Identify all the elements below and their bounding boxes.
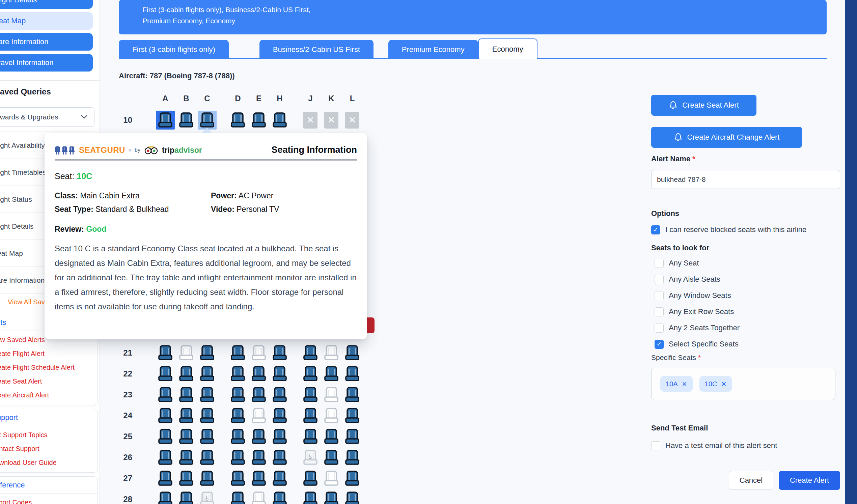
seat-23L[interactable]: [343, 384, 362, 405]
seat-27H[interactable]: [270, 468, 289, 489]
seat-10J[interactable]: ✕: [301, 110, 320, 131]
seat-27A[interactable]: [156, 468, 175, 489]
seat-24J[interactable]: [301, 405, 320, 426]
seat-28H[interactable]: [270, 489, 289, 504]
specific-seats-input[interactable]: 10A✕10C✕: [651, 368, 836, 400]
seat-26A[interactable]: [156, 447, 175, 468]
seat-23B[interactable]: [177, 384, 196, 405]
unchecked-checkbox-icon[interactable]: [655, 291, 664, 300]
seat-28B[interactable]: [177, 489, 196, 504]
seat-25J[interactable]: [301, 426, 320, 447]
seat-22E[interactable]: [249, 363, 268, 384]
seat-22J[interactable]: [301, 363, 320, 384]
seat-26D[interactable]: [229, 447, 247, 468]
seat-23E[interactable]: [249, 384, 268, 405]
seat-27J[interactable]: [301, 468, 320, 489]
seat-21E[interactable]: [249, 342, 268, 363]
remove-seat-icon[interactable]: ✕: [682, 380, 687, 388]
unchecked-checkbox-icon[interactable]: [655, 323, 664, 333]
seat-23D[interactable]: [229, 384, 247, 405]
seat-22B[interactable]: [177, 363, 196, 384]
seat-option-any-window-seats[interactable]: Any Window Seats: [655, 290, 731, 301]
sidebar-link-create-flight-alert[interactable]: Create Flight Alert: [0, 347, 98, 360]
seat-24L[interactable]: [343, 405, 362, 426]
seat-24H[interactable]: [270, 405, 289, 426]
seat-21B[interactable]: [177, 342, 196, 363]
seat-28E[interactable]: [249, 489, 268, 504]
seat-27E[interactable]: [249, 468, 268, 489]
seat-10K[interactable]: ✕: [322, 110, 341, 131]
seat-26B[interactable]: [177, 447, 196, 468]
seat-22K[interactable]: [322, 363, 341, 384]
seat-option-any-2-seats-together[interactable]: Any 2 Seats Together: [655, 323, 740, 333]
sidebar-link-create-flight-schedule-alert[interactable]: Create Flight Schedule Alert: [0, 360, 98, 374]
sidebar-button-seat-map[interactable]: Seat Map: [0, 12, 93, 30]
seat-28L[interactable]: [343, 489, 362, 504]
sidebar-link-contact-support[interactable]: Contact Support: [0, 442, 98, 456]
seat-10B[interactable]: [177, 110, 196, 131]
checked-checkbox-icon[interactable]: ✓: [651, 225, 660, 234]
seat-option-any-aisle-seats[interactable]: Any Aisle Seats: [655, 274, 720, 284]
seat-10H[interactable]: [270, 110, 289, 131]
seat-10E[interactable]: [249, 110, 268, 131]
tab-first-3-cabin-flights-only-[interactable]: First (3-cabin flights only): [119, 40, 229, 59]
seat-10D[interactable]: [229, 110, 247, 131]
sidebar-button-travel-information[interactable]: Travel Information: [0, 54, 93, 71]
seat-23A[interactable]: [156, 384, 175, 405]
reserve-blocked-checkbox[interactable]: ✓I can reserve blocked seats with this a…: [651, 225, 806, 235]
seat-24B[interactable]: [177, 405, 196, 426]
seat-25A[interactable]: [156, 426, 175, 447]
seat-27L[interactable]: [343, 468, 362, 489]
sidebar-link-create-seat-alert[interactable]: Create Seat Alert: [0, 374, 98, 388]
create-alert-button[interactable]: Create Alert: [779, 471, 840, 490]
seat-26K[interactable]: [322, 447, 341, 468]
seat-25D[interactable]: [229, 426, 247, 447]
seat-23K[interactable]: [322, 384, 341, 405]
tab-premium-economy[interactable]: Premium Economy: [388, 40, 478, 59]
seat-28C[interactable]: ♿: [198, 489, 217, 504]
sidebar-button-flight-details[interactable]: Flight Details: [0, 0, 93, 9]
seat-25H[interactable]: [270, 426, 289, 447]
unchecked-checkbox-icon[interactable]: [655, 307, 664, 316]
seat-22L[interactable]: [343, 363, 362, 384]
seat-25B[interactable]: [177, 426, 196, 447]
seat-22A[interactable]: [156, 363, 175, 384]
seat-22H[interactable]: [270, 363, 289, 384]
unchecked-checkbox-icon[interactable]: [655, 275, 664, 284]
seat-26J[interactable]: ♿: [301, 447, 320, 468]
seat-21L[interactable]: [343, 342, 362, 363]
seat-21K[interactable]: [322, 342, 341, 363]
seat-21D[interactable]: [229, 342, 247, 363]
unchecked-checkbox-icon[interactable]: [655, 259, 664, 268]
seat-24K[interactable]: [322, 405, 341, 426]
seat-25E[interactable]: [249, 426, 268, 447]
sidebar-link-hot-support-topics[interactable]: Hot Support Topics: [0, 428, 98, 442]
tab-economy[interactable]: Economy: [478, 38, 537, 59]
checked-checkbox-icon[interactable]: ✓: [655, 340, 664, 349]
seat-24C[interactable]: [198, 405, 217, 426]
create-seat-alert-button[interactable]: Create Seat Alert: [651, 95, 756, 116]
seat-21H[interactable]: [270, 342, 289, 363]
sidebar-link-airport-codes[interactable]: Airport Codes: [0, 495, 98, 504]
section-header-support[interactable]: Support: [0, 409, 98, 426]
seat-27B[interactable]: [177, 468, 196, 489]
seat-27C[interactable]: [198, 468, 217, 489]
seat-21J[interactable]: [301, 342, 320, 363]
cancel-button[interactable]: Cancel: [729, 471, 773, 490]
seat-22C[interactable]: [198, 363, 217, 384]
seat-24A[interactable]: [156, 405, 175, 426]
seat-23H[interactable]: [270, 384, 289, 405]
test-email-checkbox[interactable]: Have a test email of this alert sent: [651, 441, 777, 451]
seat-21A[interactable]: [156, 342, 175, 363]
seat-25C[interactable]: [198, 426, 217, 447]
seat-22D[interactable]: [229, 363, 247, 384]
seat-28A[interactable]: [156, 489, 175, 504]
seat-24E[interactable]: [249, 405, 268, 426]
seat-25K[interactable]: [322, 426, 341, 447]
sidebar-link-download-user-guide[interactable]: Download User Guide: [0, 456, 98, 470]
seat-24D[interactable]: [229, 405, 247, 426]
alert-name-input[interactable]: [651, 170, 840, 189]
seat-21C[interactable]: [198, 342, 217, 363]
seat-26C[interactable]: [198, 447, 217, 468]
seat-25L[interactable]: [343, 426, 362, 447]
